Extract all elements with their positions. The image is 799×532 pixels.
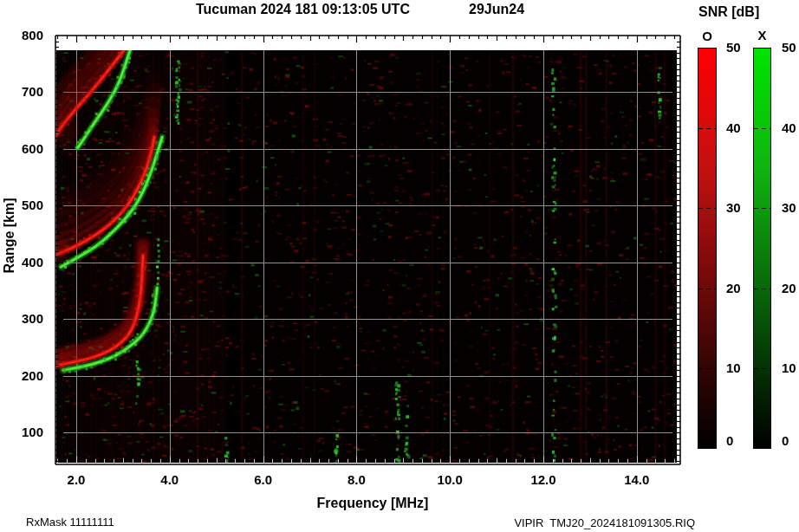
x-tick-label: 12.0: [524, 472, 562, 487]
colorbar-tick-label: 20: [726, 281, 750, 295]
colorbar-title: SNR [dB]: [698, 4, 759, 20]
data-filename-text: VIPIR TMJ20_2024181091305.RIQ: [485, 516, 695, 529]
y-tick-label: 600: [14, 141, 43, 156]
y-tick-label: 300: [14, 311, 43, 326]
colorbar-tick-label: 10: [782, 360, 799, 375]
x-tick-label: 8.0: [337, 472, 375, 487]
colorbar-tick-label: 50: [726, 40, 750, 55]
x-axis-label: Frequency [MHz]: [286, 496, 459, 511]
x-tick-label: 10.0: [431, 472, 469, 487]
x-tick-label: 14.0: [618, 472, 656, 487]
colorbar-o-label: O: [698, 29, 717, 43]
colorbar-tick-label: 20: [782, 281, 799, 295]
colorbar-tick-label: 0: [782, 433, 799, 448]
colorbar-tick-label: 40: [782, 120, 799, 135]
rxmask-text: RxMask 11111111: [26, 516, 114, 529]
colorbar-tick-label: 40: [726, 120, 750, 135]
y-tick-label: 800: [14, 28, 43, 42]
colorbar-tick-label: 10: [726, 360, 750, 375]
ionogram-canvas: [0, 0, 799, 532]
y-tick-label: 400: [14, 255, 43, 269]
x-tick-label: 4.0: [151, 472, 189, 487]
colorbar-tick-label: 50: [782, 40, 799, 55]
colorbar-tick-label: 30: [782, 200, 799, 215]
y-tick-label: 100: [14, 425, 43, 439]
ionogram-screen: Tucuman 2024 181 09:13:05 UTC 29Jun24 Fr…: [0, 0, 799, 532]
colorbar-tick-label: 0: [726, 433, 750, 448]
page-title: Tucuman 2024 181 09:13:05 UTC: [196, 2, 410, 17]
y-tick-label: 200: [14, 368, 43, 383]
x-tick-label: 2.0: [57, 472, 95, 487]
y-tick-label: 700: [14, 84, 43, 99]
colorbar-tick-label: 30: [726, 200, 750, 215]
colorbar-x-label: X: [753, 28, 771, 42]
x-tick-label: 6.0: [244, 472, 283, 487]
title-date: 29Jun24: [469, 2, 524, 17]
y-tick-label: 500: [14, 198, 43, 212]
